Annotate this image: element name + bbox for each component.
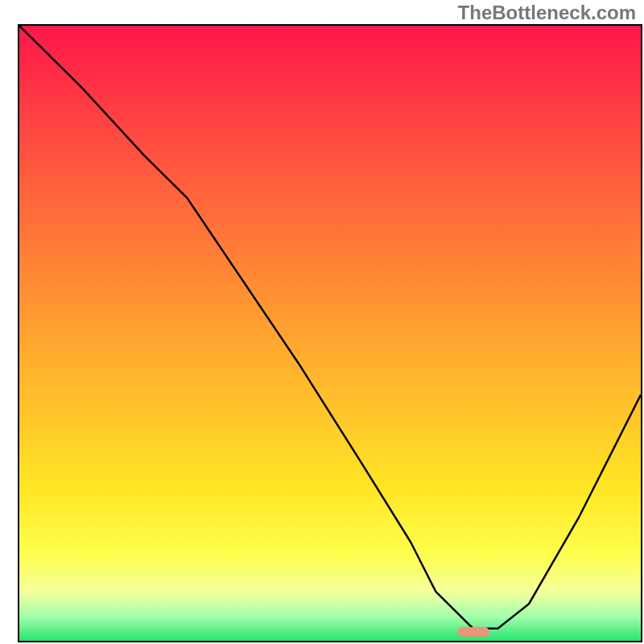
chart-curve — [19, 26, 641, 641]
optimum-marker — [457, 627, 489, 637]
watermark-text: TheBottleneck.com — [458, 2, 636, 24]
chart-plot-area — [18, 24, 642, 642]
